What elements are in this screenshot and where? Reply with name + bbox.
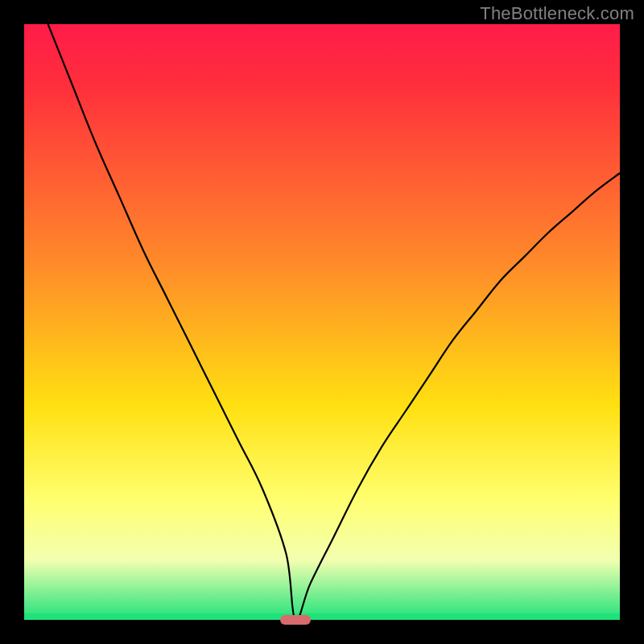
curve-path: [48, 24, 620, 621]
attribution-text: TheBottleneck.com: [480, 3, 634, 24]
chart-frame: TheBottleneck.com: [0, 0, 644, 644]
optimum-marker: [280, 615, 311, 625]
bottleneck-curve: [24, 24, 620, 620]
